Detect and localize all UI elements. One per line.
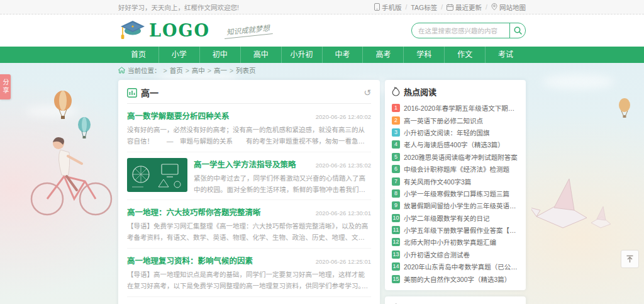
welcome-text: 好好学习，天天向上，红樱作文网欢迎您! xyxy=(118,3,239,12)
hot-reading-title: 热点阅读 xyxy=(404,86,436,98)
sitemap-link[interactable]: 网站地图 xyxy=(491,3,526,12)
breadcrumb-item: > 高中 xyxy=(183,65,205,75)
hot-item-link[interactable]: 有关风雨作文400字3篇 xyxy=(404,177,471,186)
tag-link[interactable]: TAG标签 xyxy=(411,3,437,12)
home-icon xyxy=(118,67,125,74)
nav-item[interactable]: 首页 xyxy=(118,47,158,63)
article-date: 2020-06-26 12:40:02 xyxy=(311,113,371,120)
hot-list-item: 10 小学二年级跟数学有关的日记 xyxy=(392,212,519,224)
back-to-top-button[interactable] xyxy=(621,250,639,268)
search-input[interactable] xyxy=(412,23,509,38)
rank-badge: 5 xyxy=(392,153,400,161)
hot-list-item: 12 北师大附中小升初数学真题汇编 xyxy=(392,236,519,248)
article-list-card: 高一 ↺ 高一数学解题要分析四种关系 2020-06-26 12:40:02 没… xyxy=(118,80,380,304)
search-button[interactable] xyxy=(509,23,526,38)
nav-item[interactable]: 高考 xyxy=(362,47,403,63)
nav-item[interactable]: 高中 xyxy=(240,47,281,63)
hot-list-item: 13 小升初语文综合测试卷 xyxy=(392,249,519,261)
site-search xyxy=(411,23,526,38)
article-item: 高一地理复习资料：影响气候的因素 2020-06-26 12:25:01 【导语… xyxy=(127,249,371,297)
nav-item[interactable]: 学科 xyxy=(403,47,444,63)
rank-badge: 3 xyxy=(392,128,400,137)
hot-item-link[interactable]: 中级会计职称题库《经济法》检测题 xyxy=(404,164,509,174)
rank-badge: 10 xyxy=(392,214,400,222)
recent-updates-link[interactable]: 最近更新 xyxy=(447,3,482,12)
paper-crane-illustration xyxy=(531,177,613,240)
map-pin-icon xyxy=(491,3,497,11)
main-nav: 首页小学初中高中小升初中考高考学科作文考试 xyxy=(0,47,644,63)
breadcrumb-link[interactable]: 列表页 xyxy=(236,65,256,75)
article-title[interactable]: 高一地理复习资料：影响气候的因素 xyxy=(127,254,253,266)
logo-text: LOGO xyxy=(149,21,210,40)
article-excerpt: 没有好的高一，必然没有好的高考；没有高一的危机感和紧迫感，就没有高三的从容自信！… xyxy=(127,125,371,147)
refresh-icon xyxy=(447,4,453,11)
nav-item[interactable]: 小升初 xyxy=(281,47,322,63)
article-thumbnail[interactable] xyxy=(127,158,187,192)
list-title: 高一 xyxy=(141,86,158,99)
article-excerpt: 【导语】高一地理知识点是高考的基础，同学们一定要复习好高一地理，这样才能在复习好… xyxy=(127,269,371,292)
hot-item-link[interactable]: 小升初语文阅读：年轻的国旗 xyxy=(404,128,490,137)
article-excerpt: 紧张的中考过去了，同学们怀着激动又兴奋的心情踏入了高中的校园。面对全新的生活环境… xyxy=(194,173,371,196)
share-button[interactable]: 分享 xyxy=(0,74,11,99)
breadcrumb-item: > 列表页 xyxy=(227,65,256,75)
article-item: 高一地理：六大技巧帮你答题完整清晰 2020-06-26 12:30:01 【导… xyxy=(127,200,371,249)
article-item: 高一学生入学方法指导及策略 2020-06-26 12:35:02 紧张的中考过… xyxy=(127,152,371,201)
rank-badge: 7 xyxy=(392,177,400,186)
article-title[interactable]: 高一学生入学方法指导及策略 xyxy=(194,158,296,170)
breadcrumb-item: > 高一 xyxy=(205,65,227,75)
bicycle-rider-illustration xyxy=(19,125,119,219)
nav-item[interactable]: 考试 xyxy=(485,47,526,63)
rank-badge: 8 xyxy=(392,189,400,198)
hot-item-link[interactable]: 小学二年级跟数学有关的日记 xyxy=(404,213,490,223)
list-header: 高一 ↺ xyxy=(127,86,371,104)
nav-item[interactable]: 小学 xyxy=(158,47,199,63)
article-title[interactable]: 高一地理：六大技巧帮你答题完整清晰 xyxy=(127,206,261,218)
hot-list-item: 1 2016-2020年春学期五年级语文下期末模拟 xyxy=(392,102,519,114)
sidebar: 热点阅读 1 2016-2020年春学期五年级语文下期末模拟 2 高一英语下册必… xyxy=(385,80,526,304)
hot-item-link[interactable]: 小升初语文综合测试卷 xyxy=(404,250,470,259)
hot-item-link[interactable]: 小学五年级下册数学暑假作业答案【20-61 xyxy=(404,225,519,235)
site-tagline: 知识成就梦想 xyxy=(223,22,273,39)
mobile-version-link[interactable]: 手机版 xyxy=(374,3,402,12)
nav-item[interactable]: 作文 xyxy=(444,47,485,63)
hot-item-link[interactable]: 老人与海读后感400字（精选3篇） xyxy=(404,140,504,149)
hot-list-item: 9 放暑假期间留给小学生的三年级英语作文范文 xyxy=(392,200,519,211)
hot-item-link[interactable]: 高一英语下册必修二知识点 xyxy=(404,116,483,125)
nav-item[interactable]: 初中 xyxy=(199,47,240,63)
hot-item-link[interactable]: 2020雅思英语阅读临考冲刺试题附答案 xyxy=(404,152,518,162)
rank-badge: 6 xyxy=(392,165,400,173)
article-item: 高一地理资料：三圈环流与气压带、风带的形成 2020-06-26 12:20:0… xyxy=(127,297,371,304)
breadcrumb-link[interactable]: 高中 xyxy=(192,65,205,75)
article-title[interactable]: 高一数学解题要分析四种关系 xyxy=(127,110,230,121)
hot-list-item: 11 小学五年级下册数学暑假作业答案【20-61 xyxy=(392,224,519,236)
refresh-button[interactable]: ↺ xyxy=(364,88,371,97)
top-utility-bar: 好好学习，天天向上，红樱作文网欢迎您! 手机版 / TAG标签 / xyxy=(0,0,644,14)
hot-item-link[interactable]: 2020年山东青岛中考数学真题（已公布） xyxy=(404,262,519,271)
site-logo[interactable]: LOGO xyxy=(118,20,210,42)
nav-item[interactable]: 中考 xyxy=(322,47,363,63)
hot-item-link[interactable]: 美丽的大自然作文300字（精选3篇） xyxy=(404,274,511,284)
breadcrumb-link[interactable]: 首页 xyxy=(170,65,183,75)
rank-badge: 2 xyxy=(392,116,400,125)
hot-reading-header: 热点阅读 xyxy=(392,86,519,98)
arrow-to-top-icon xyxy=(626,255,634,263)
rank-badge: 4 xyxy=(392,140,400,149)
article-date: 2020-06-26 12:30:01 xyxy=(311,210,371,217)
rank-badge: 11 xyxy=(392,226,400,234)
phone-icon xyxy=(374,3,380,11)
breadcrumb-link[interactable]: 高一 xyxy=(214,65,227,75)
flame-icon xyxy=(392,87,400,96)
hot-item-link[interactable]: 放暑假期间留给小学生的三年级英语作文范文 xyxy=(404,201,519,210)
hot-list-item: 3 小升初语文阅读：年轻的国旗 xyxy=(392,127,519,138)
rank-badge: 15 xyxy=(392,275,400,283)
hot-list-item: 4 老人与海读后感400字（精选3篇） xyxy=(392,138,519,150)
site-header: LOGO 知识成就梦想 xyxy=(0,14,644,47)
hot-item-link[interactable]: 小学一年级寒假数学口算练习题三篇 xyxy=(404,189,509,198)
hot-item-link[interactable]: 2016-2020年春学期五年级语文下期末模拟 xyxy=(404,103,519,113)
search-icon xyxy=(514,26,522,35)
article-item: 高一数学解题要分析四种关系 2020-06-26 12:40:02 没有好的高一… xyxy=(127,104,371,152)
hot-item-link[interactable]: 北师大附中小升初数学真题汇编 xyxy=(404,237,496,247)
rank-badge: 9 xyxy=(392,201,400,210)
hot-list-item: 8 小学一年级寒假数学口算练习题三篇 xyxy=(392,188,519,200)
graduation-cap-icon xyxy=(118,20,145,42)
